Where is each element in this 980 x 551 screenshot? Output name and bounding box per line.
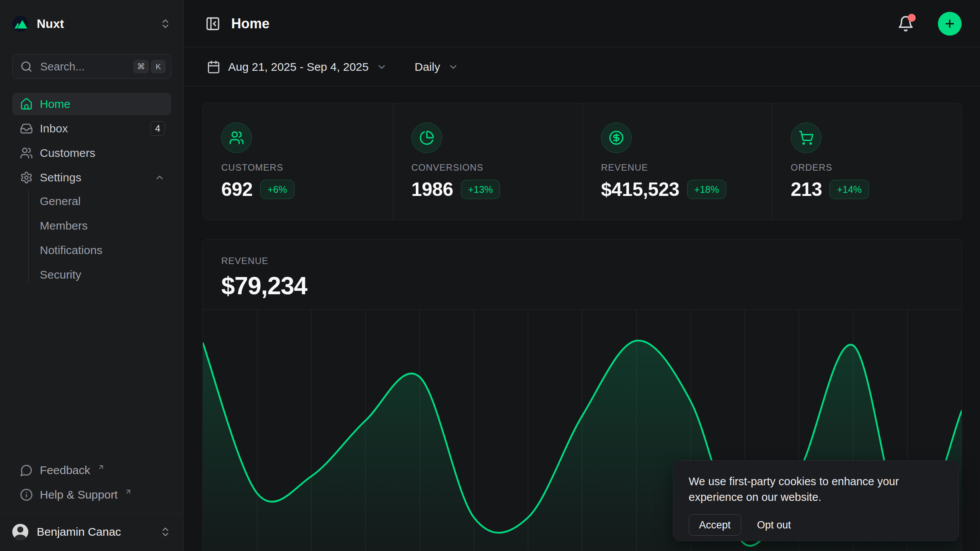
dashboard-root: Nuxt Search... ⌘ K Home (0, 0, 980, 551)
feedback-link[interactable]: Feedback (12, 459, 171, 481)
filters-toolbar: Aug 21, 2025 - Sep 4, 2025 Daily (184, 47, 980, 86)
cookie-banner: We use first-party cookies to enhance yo… (673, 460, 959, 541)
stat-value: 213 (791, 178, 822, 201)
sidebar: Nuxt Search... ⌘ K Home (0, 0, 184, 551)
info-circle-icon (20, 488, 33, 501)
sidebar-item-inbox[interactable]: Inbox 4 (12, 117, 171, 140)
optout-cookies-button[interactable]: Opt out (757, 519, 791, 531)
stat-delta-badge: +18% (687, 180, 727, 199)
sidebar-divider (0, 514, 183, 514)
calendar-icon (207, 60, 220, 74)
chevrons-up-down-icon (160, 526, 171, 538)
workspace-switcher[interactable]: Nuxt (12, 11, 171, 36)
search-icon (20, 60, 33, 73)
user-name: Benjamin Canac (37, 525, 151, 538)
gear-icon (20, 171, 33, 184)
workspace-name: Nuxt (37, 17, 151, 31)
arrow-up-right-icon (97, 463, 105, 471)
stats-cards: CUSTOMERS 692 +6% CONVERSIONS 1986 +13% (203, 103, 962, 220)
sidebar-nav: Home Inbox 4 Customers Settings (12, 93, 171, 189)
kbd-k: K (151, 60, 165, 73)
stat-label: ORDERS (791, 162, 947, 173)
pie-chart-icon (412, 122, 442, 153)
sidebar-item-settings[interactable]: Settings (12, 166, 171, 189)
stat-delta-badge: +14% (830, 180, 869, 199)
page-title: Home (231, 16, 887, 32)
add-button[interactable] (938, 12, 962, 36)
notifications-button[interactable] (897, 15, 914, 32)
stat-card-revenue[interactable]: REVENUE $415,523 +18% (582, 103, 772, 220)
date-range-value: Aug 21, 2025 - Sep 4, 2025 (228, 60, 369, 73)
accept-cookies-button[interactable]: Accept (689, 514, 741, 536)
revenue-chart-label: REVENUE (221, 256, 962, 266)
stat-value: 692 (221, 178, 253, 201)
user-avatar (12, 524, 28, 540)
date-range-picker[interactable]: Aug 21, 2025 - Sep 4, 2025 (207, 60, 387, 74)
panel-left-close-icon (205, 16, 220, 31)
stat-delta-badge: +13% (461, 180, 500, 199)
sidebar-footer: Feedback Help & Support (12, 459, 171, 506)
stat-label: CONVERSIONS (412, 162, 567, 173)
house-icon (20, 98, 33, 111)
stat-value: 1986 (412, 178, 453, 201)
shopping-cart-icon (791, 122, 822, 153)
chevron-down-icon (376, 62, 387, 72)
chevrons-up-down-icon (160, 18, 171, 29)
sidebar-collapse-button[interactable] (205, 16, 220, 31)
search-shortcut: ⌘ K (134, 60, 165, 73)
notification-dot (908, 14, 916, 22)
sidebar-item-members[interactable]: Members (12, 215, 171, 237)
inbox-badge: 4 (150, 121, 165, 136)
cookie-message: We use first-party cookies to enhance yo… (689, 474, 934, 505)
page-header: Home (184, 0, 980, 47)
users-icon (221, 122, 252, 153)
search-placeholder: Search... (40, 60, 126, 73)
sidebar-item-notifications[interactable]: Notifications (12, 239, 171, 261)
stat-label: REVENUE (601, 162, 757, 173)
stat-value: $415,523 (601, 178, 679, 201)
stat-delta-badge: +6% (260, 180, 294, 199)
sidebar-item-security[interactable]: Security (12, 264, 171, 286)
arrow-up-right-icon (124, 488, 132, 496)
sidebar-item-customers[interactable]: Customers (12, 142, 171, 164)
message-circle-icon (20, 464, 33, 477)
chevron-down-icon (448, 62, 459, 72)
stat-card-customers[interactable]: CUSTOMERS 692 +6% (203, 103, 393, 220)
interval-value: Daily (415, 60, 440, 73)
kbd-cmd: ⌘ (134, 60, 149, 73)
stat-card-conversions[interactable]: CONVERSIONS 1986 +13% (393, 103, 583, 220)
inbox-icon (20, 122, 33, 135)
settings-subnav: General Members Notifications Security (12, 190, 171, 286)
search-input[interactable]: Search... ⌘ K (12, 54, 171, 79)
stat-card-orders[interactable]: ORDERS 213 +14% (772, 103, 962, 220)
user-menu[interactable]: Benjamin Canac (12, 520, 171, 543)
sidebar-item-general[interactable]: General (12, 190, 171, 212)
dollar-circle-icon (601, 122, 632, 153)
interval-select[interactable]: Daily (415, 60, 459, 73)
chevron-up-icon (154, 172, 165, 183)
stat-label: CUSTOMERS (221, 162, 377, 173)
nuxt-logo-icon (12, 16, 28, 32)
revenue-chart-total: $79,234 (221, 272, 962, 300)
help-support-link[interactable]: Help & Support (12, 484, 171, 506)
sidebar-item-home[interactable]: Home (12, 93, 171, 115)
users-icon (20, 147, 33, 160)
plus-icon (944, 18, 956, 30)
subnav-guide-line (28, 190, 29, 284)
